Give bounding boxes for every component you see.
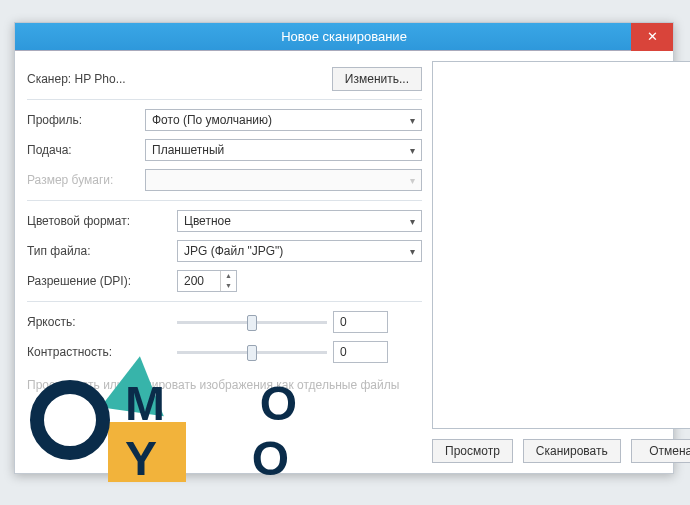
profile-value: Фото (По умолчанию) xyxy=(152,113,272,127)
feed-label: Подача: xyxy=(27,143,145,157)
spinner-down-icon: ▼ xyxy=(221,281,236,291)
profile-select[interactable]: Фото (По умолчанию) ▾ xyxy=(145,109,422,131)
feed-select[interactable]: Планшетный ▾ xyxy=(145,139,422,161)
contrast-slider[interactable] xyxy=(177,342,327,362)
filetype-select[interactable]: JPG (Файл "JPG") ▾ xyxy=(177,240,422,262)
scan-dialog: Новое сканирование ✕ Сканер: HP Pho... И… xyxy=(14,22,674,474)
cancel-button[interactable]: Отмена xyxy=(631,439,690,463)
scanner-label: Сканер: HP Pho... xyxy=(27,72,126,86)
contrast-label: Контрастность: xyxy=(27,345,177,359)
feed-value: Планшетный xyxy=(152,143,224,157)
separator xyxy=(27,99,422,100)
close-button[interactable]: ✕ xyxy=(631,23,673,51)
filetype-value: JPG (Файл "JPG") xyxy=(184,244,283,258)
preview-button[interactable]: Просмотр xyxy=(432,439,513,463)
color-label: Цветовой формат: xyxy=(27,214,177,228)
dialog-body: Сканер: HP Pho... Изменить... Профиль: Ф… xyxy=(15,51,673,473)
slider-thumb[interactable] xyxy=(247,315,257,331)
brightness-input[interactable]: 0 xyxy=(333,311,388,333)
contrast-input[interactable]: 0 xyxy=(333,341,388,363)
slider-track xyxy=(177,351,327,354)
chevron-down-icon: ▾ xyxy=(410,145,415,156)
change-scanner-button[interactable]: Изменить... xyxy=(332,67,422,91)
brightness-label: Яркость: xyxy=(27,315,177,329)
paper-label: Размер бумаги: xyxy=(27,173,145,187)
dpi-value: 200 xyxy=(184,274,204,288)
button-row: Просмотр Сканировать Отмена xyxy=(432,429,690,463)
spinner-buttons[interactable]: ▲ ▼ xyxy=(220,271,236,291)
separator xyxy=(27,200,422,201)
separate-files-checkbox-label: Просмотреть или сканировать изображения … xyxy=(27,378,399,394)
contrast-value: 0 xyxy=(340,345,347,359)
brightness-value: 0 xyxy=(340,315,347,329)
brightness-slider[interactable] xyxy=(177,312,327,332)
slider-track xyxy=(177,321,327,324)
color-select[interactable]: Цветное ▾ xyxy=(177,210,422,232)
color-value: Цветное xyxy=(184,214,231,228)
chevron-down-icon: ▾ xyxy=(410,216,415,227)
slider-thumb[interactable] xyxy=(247,345,257,361)
title-bar: Новое сканирование ✕ xyxy=(15,23,673,51)
right-panel: Просмотр Сканировать Отмена xyxy=(432,61,690,463)
close-icon: ✕ xyxy=(647,29,658,44)
profile-label: Профиль: xyxy=(27,113,145,127)
dpi-spinner[interactable]: 200 ▲ ▼ xyxy=(177,270,237,292)
preview-area xyxy=(432,61,690,429)
separator xyxy=(27,301,422,302)
spinner-up-icon: ▲ xyxy=(221,271,236,281)
chevron-down-icon: ▾ xyxy=(410,246,415,257)
chevron-down-icon: ▾ xyxy=(410,115,415,126)
paper-select: ▾ xyxy=(145,169,422,191)
window-title: Новое сканирование xyxy=(281,29,407,44)
chevron-down-icon: ▾ xyxy=(410,175,415,186)
dpi-label: Разрешение (DPI): xyxy=(27,274,177,288)
filetype-label: Тип файла: xyxy=(27,244,177,258)
left-panel: Сканер: HP Pho... Изменить... Профиль: Ф… xyxy=(27,61,422,463)
scan-button[interactable]: Сканировать xyxy=(523,439,621,463)
